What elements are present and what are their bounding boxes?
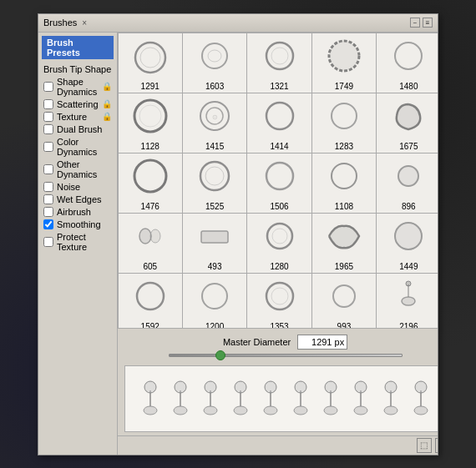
svg-point-0 [135,43,165,73]
title-bar-left: Brushes × [43,18,87,28]
brush-cell-1283[interactable]: 1283 [312,93,377,153]
svg-point-47 [264,406,277,415]
lock-icon: 🔒 [102,82,112,92]
svg-point-44 [234,406,247,415]
protect-texture-label: Protect Texture [57,232,112,252]
protect-texture-checkbox[interactable] [43,237,53,247]
brush-cell-1749[interactable]: 1749 [312,33,377,93]
svg-point-4 [266,43,293,69]
brush-cell-493[interactable]: 493 [183,214,247,274]
svg-point-31 [333,285,355,307]
other-dynamics-checkbox[interactable] [43,164,53,174]
sidebar: Brush Presets Brush Tip Shape Shape Dyna… [38,33,118,455]
texture-checkbox[interactable] [43,112,53,122]
sidebar-item-shape-dynamics[interactable]: Shape Dynamics 🔒 [42,76,114,98]
brush-cell-1353[interactable]: 1353 [247,274,311,328]
brush-preview-1525 [183,153,246,203]
brush-preview-1321 [247,33,311,83]
sidebar-item-smoothing[interactable]: Smoothing [42,219,114,230]
svg-point-18 [266,163,293,189]
brush-cell-1108[interactable]: 1108 [312,153,377,214]
brush-preview-605 [119,214,182,263]
brush-cell-896[interactable]: 896 [377,153,438,214]
minimize-button[interactable]: − [410,18,420,28]
sidebar-item-airbrush[interactable]: Airbrush [42,206,114,218]
sidebar-item-dual-brush[interactable]: Dual Brush [42,123,114,135]
svg-point-35 [144,406,157,415]
sidebar-item-noise[interactable]: Noise [42,181,114,193]
svg-point-19 [332,164,357,189]
brush-label-1280: 1280 [270,263,288,271]
brush-cell-1525[interactable]: 1525 [183,153,247,214]
svg-point-29 [266,283,293,309]
brush-label-1480: 1480 [399,83,418,91]
brush-cell-1603[interactable]: 1603 [183,33,247,93]
delete-brush-button[interactable]: 🗑 [435,438,438,453]
noise-label: Noise [57,182,112,192]
svg-point-41 [204,406,217,415]
brush-label-896: 896 [402,203,416,211]
preview-brushes-row [139,375,433,421]
wet-edges-checkbox[interactable] [43,194,53,204]
diameter-slider-thumb[interactable] [215,350,225,360]
scattering-checkbox[interactable] [43,99,53,109]
brush-preview-993 [312,274,376,323]
sidebar-item-color-dynamics[interactable]: Color Dynamics [42,136,114,158]
menu-button[interactable]: ≡ [423,18,433,28]
scattering-label: Scattering [57,99,99,109]
sidebar-item-wet-edges[interactable]: Wet Edges [42,194,114,205]
airbrush-checkbox[interactable] [43,207,53,217]
brush-cell-1200[interactable]: 1200 [183,274,247,328]
brush-tip-section-label: Brush Tip Shape [42,63,114,75]
smoothing-checkbox[interactable] [43,219,53,229]
noise-checkbox[interactable] [43,182,53,192]
lock-icon-3: 🔒 [102,112,112,122]
sidebar-item-texture[interactable]: Texture 🔒 [42,111,114,123]
brush-preview-1749 [312,33,376,83]
svg-point-20 [398,166,418,186]
brush-cell-1449[interactable]: 1449 [377,214,438,274]
svg-point-61 [385,381,397,393]
brush-label-1415: 1415 [205,143,224,151]
svg-point-32 [402,297,415,305]
shape-dynamics-checkbox[interactable] [43,82,53,92]
brush-cell-993[interactable]: 993 [312,274,377,328]
dual-brush-checkbox[interactable] [43,124,53,134]
svg-point-6 [329,41,359,71]
sidebar-item-other-dynamics[interactable]: Other Dynamics [42,159,114,180]
brush-cell-1415[interactable]: ⊙ 1415 [183,93,247,153]
svg-point-43 [205,381,216,393]
brush-cell-1592[interactable]: 1592 [119,274,183,328]
brush-cell-1128[interactable]: 1128 [119,93,183,153]
brush-cell-1476[interactable]: 1476 [119,153,183,214]
brush-cell-1675[interactable]: 1675 [377,93,438,153]
svg-point-55 [325,381,337,393]
brush-cell-1506[interactable]: 1506 [247,153,311,214]
panel-close-tab[interactable]: × [82,18,87,28]
brush-grid-container: 1291 1603 [118,33,438,328]
diameter-slider-track[interactable] [169,354,403,357]
brush-cell-1414[interactable]: 1414 [247,93,311,153]
brush-label-1414: 1414 [270,143,288,151]
brush-presets-button[interactable]: Brush Presets [42,36,114,59]
sidebar-item-protect-texture[interactable]: Protect Texture [42,231,114,253]
svg-point-27 [137,283,164,309]
brush-preview-1200 [183,274,246,323]
brush-cell-1280[interactable]: 1280 [247,214,311,274]
brush-label-1525: 1525 [205,203,224,211]
brush-cell-1291[interactable]: 1291 [119,33,183,93]
brush-cell-2196[interactable]: 2196 [377,274,438,328]
color-dynamics-checkbox[interactable] [43,142,53,152]
svg-point-38 [174,406,187,415]
new-brush-button[interactable]: ⬚ [417,438,432,453]
sidebar-item-scattering[interactable]: Scattering 🔒 [42,98,114,110]
other-dynamics-label: Other Dynamics [57,159,112,179]
brush-cell-1480[interactable]: 1480 [377,33,438,93]
svg-point-15 [134,160,166,192]
brush-cell-1321[interactable]: 1321 [247,33,311,93]
brush-cell-605[interactable]: 605 [119,214,183,274]
master-diameter-input[interactable] [297,335,347,350]
brush-cell-1965[interactable]: 1965 [312,214,377,274]
svg-point-49 [265,381,276,393]
brush-grid: 1291 1603 [118,33,438,328]
